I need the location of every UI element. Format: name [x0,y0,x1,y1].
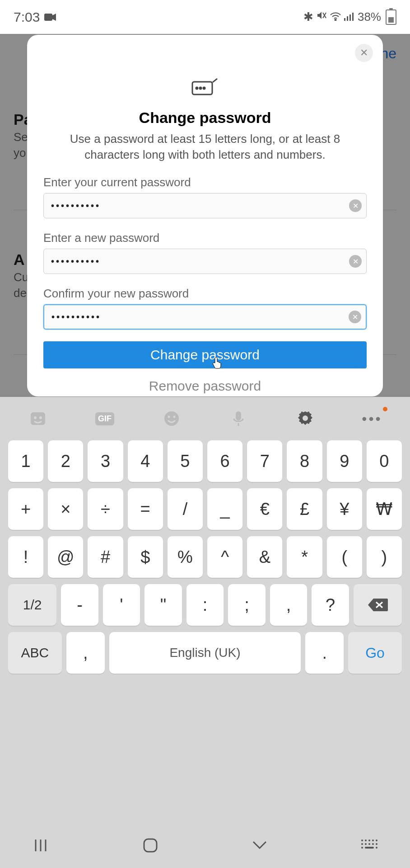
svg-point-14 [39,416,42,419]
key-period[interactable]: . [305,632,344,674]
wifi-icon [330,10,341,24]
new-password-label: Enter a new password [43,231,367,245]
current-password-field[interactable]: •••••••••• ✕ [43,193,367,218]
svg-point-34 [368,843,370,845]
key-quote[interactable]: " [144,584,182,626]
emoji-icon[interactable] [158,405,185,432]
key-multiply[interactable]: × [48,488,83,530]
key-symbol-page[interactable]: 1/2 [8,584,56,626]
svg-rect-7 [352,13,354,21]
modal-title: Change password [43,109,367,127]
system-nav-bar [0,823,410,868]
backspace-icon [367,598,388,612]
battery-percent: 38% [358,10,381,24]
keyboard-row-1: 1 2 3 4 5 6 7 8 9 0 [8,440,402,482]
keyboard-switch-icon[interactable] [356,832,383,859]
mic-icon[interactable] [225,405,252,432]
svg-point-32 [361,843,363,845]
key-8[interactable]: 8 [287,440,322,482]
key-at[interactable]: @ [48,536,83,578]
clear-input-icon[interactable]: ✕ [349,311,361,323]
key-1[interactable]: 1 [8,440,43,482]
key-space[interactable]: English (UK) [109,632,301,674]
svg-point-27 [361,840,363,841]
key-go[interactable]: Go [348,632,402,674]
svg-point-35 [372,843,374,845]
battery-icon [386,9,396,25]
confirm-password-value: •••••••••• [51,312,101,322]
keyboard-row-2: + × ÷ = / _ € £ ¥ ₩ [8,488,402,530]
svg-point-17 [173,416,176,418]
svg-point-20 [303,415,308,421]
key-5[interactable]: 5 [168,440,203,482]
svg-rect-18 [236,411,241,420]
key-slash[interactable]: / [168,488,203,530]
key-colon[interactable]: : [186,584,224,626]
video-recording-icon [44,9,57,25]
remove-password-link[interactable]: Remove password [43,378,367,394]
key-2[interactable]: 2 [48,440,83,482]
key-equals[interactable]: = [128,488,163,530]
key-caret[interactable]: ^ [207,536,242,578]
key-amp[interactable]: & [247,536,282,578]
key-question[interactable]: ? [312,584,349,626]
gear-icon[interactable] [292,405,319,432]
key-star[interactable]: * [287,536,322,578]
keyboard-row-5: ABC , English (UK) . Go [8,632,402,674]
key-dash[interactable]: - [61,584,98,626]
password-icon [43,74,367,101]
home-button[interactable] [137,832,164,859]
key-hash[interactable]: # [88,536,123,578]
key-euro[interactable]: € [247,488,282,530]
new-password-field[interactable]: •••••••••• ✕ [43,249,367,274]
key-9[interactable]: 9 [327,440,362,482]
new-password-value: •••••••••• [51,256,101,267]
key-comma[interactable]: , [66,632,105,674]
status-bar: 7:03 ✱ 38% [0,0,410,34]
back-button[interactable] [246,832,273,859]
key-underscore[interactable]: _ [207,488,242,530]
key-exclaim[interactable]: ! [8,536,43,578]
confirm-password-field[interactable]: •••••••••• ✕ [43,304,367,330]
sticker-icon[interactable] [24,405,51,432]
key-won[interactable]: ₩ [367,488,402,530]
svg-point-16 [168,416,170,418]
confirm-password-label: Confirm your new password [43,287,367,301]
key-7[interactable]: 7 [247,440,282,482]
svg-point-33 [365,843,367,845]
gif-icon[interactable]: GIF [91,405,118,432]
recent-apps-button[interactable] [27,832,54,859]
clear-input-icon[interactable]: ✕ [349,199,362,212]
key-apostrophe[interactable]: ' [103,584,140,626]
key-divide[interactable]: ÷ [88,488,123,530]
close-icon[interactable]: ✕ [355,44,373,62]
key-6[interactable]: 6 [207,440,242,482]
svg-point-10 [200,87,201,89]
key-percent[interactable]: % [168,536,203,578]
svg-point-15 [164,411,179,426]
key-abc[interactable]: ABC [8,632,62,674]
key-comma-sym[interactable]: , [270,584,308,626]
key-semicolon[interactable]: ; [228,584,266,626]
key-backspace[interactable] [354,584,402,626]
key-plus[interactable]: + [8,488,43,530]
key-rparen[interactable]: ) [367,536,402,578]
key-dollar[interactable]: $ [128,536,163,578]
svg-point-11 [203,87,205,89]
bluetooth-icon: ✱ [303,10,313,24]
key-pound[interactable]: £ [287,488,322,530]
svg-point-13 [34,416,37,419]
key-4[interactable]: 4 [128,440,163,482]
key-yen[interactable]: ¥ [327,488,362,530]
change-password-button-label: Change password [150,347,260,362]
svg-point-3 [335,19,336,21]
change-password-button[interactable]: Change password [43,341,367,368]
more-icon[interactable]: ••• [359,405,386,432]
clear-input-icon[interactable]: ✕ [349,255,362,268]
current-password-value: •••••••••• [51,201,101,211]
key-lparen[interactable]: ( [327,536,362,578]
key-0[interactable]: 0 [367,440,402,482]
key-3[interactable]: 3 [88,440,123,482]
svg-point-29 [368,840,370,841]
keyboard-row-3: ! @ # $ % ^ & * ( ) [8,536,402,578]
